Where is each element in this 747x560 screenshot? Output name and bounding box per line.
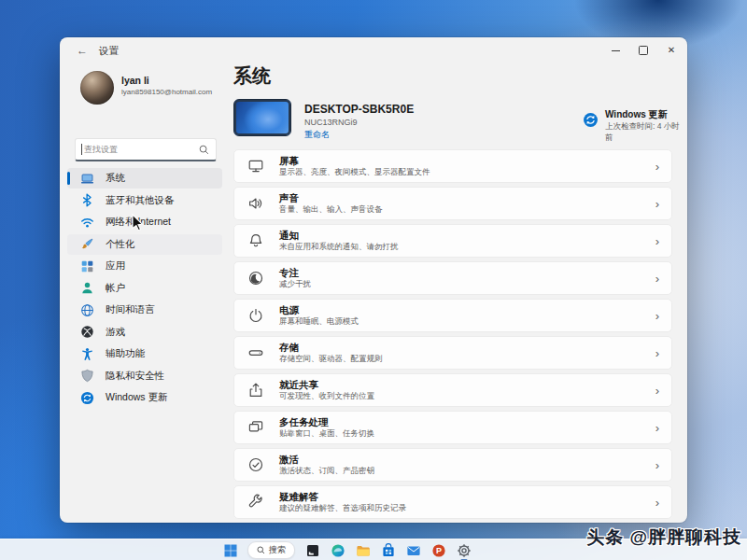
settings-card-sound[interactable]: 声音音量、输出、输入、声音设备› (233, 187, 672, 220)
avatar[interactable] (80, 71, 114, 105)
card-subtitle: 减少干扰 (279, 279, 311, 289)
chevron-right-icon: › (655, 272, 659, 286)
chevron-right-icon: › (655, 309, 659, 323)
time-language-icon (80, 303, 94, 317)
minimize-icon (612, 50, 620, 51)
taskbar-settings-button[interactable] (456, 542, 472, 558)
taskbar-icons: 搜索 P (222, 539, 472, 560)
multitasking-icon (247, 419, 264, 436)
taskbar-mail-button[interactable] (405, 542, 421, 558)
taskbar-taskview-button[interactable] (304, 542, 320, 558)
card-subtitle: 来自应用和系统的通知、请勿打扰 (279, 242, 399, 252)
card-title: 多任务处理 (279, 416, 374, 428)
sidebar-item-apps[interactable]: 应用 (67, 256, 222, 276)
taskbar-powerpoint-button[interactable]: P (430, 542, 446, 558)
sidebar-item-label: 辅助功能 (106, 347, 145, 360)
selected-indicator (67, 172, 70, 185)
maximize-button[interactable] (629, 37, 657, 63)
storage-icon (247, 344, 264, 361)
sidebar-item-accounts[interactable]: 帐户 (67, 278, 222, 299)
edge-icon (331, 543, 345, 558)
window-controls: ✕ (601, 37, 685, 63)
sidebar-item-label: 游戏 (106, 326, 125, 339)
card-text: 声音音量、输出、输入、声音设备 (279, 192, 383, 215)
device-thumbnail (233, 99, 291, 136)
sidebar-item-system[interactable]: 系统 (67, 168, 222, 189)
windows-update-icon (583, 112, 599, 128)
window-title: 设置 (99, 45, 119, 58)
card-text: 多任务处理贴靠窗口、桌面、任务切换 (279, 416, 374, 439)
sidebar-item-label: 隐私和安全性 (106, 370, 164, 383)
card-title: 屏幕 (279, 155, 430, 167)
close-button[interactable]: ✕ (657, 37, 685, 63)
card-title: 就近共享 (279, 379, 374, 391)
settings-cards: 屏幕显示器、亮度、夜间模式、显示器配置文件›声音音量、输出、输入、声音设备›通知… (233, 149, 672, 523)
settings-card-storage[interactable]: 存储存储空间、驱动器、配置规则› (233, 336, 672, 370)
card-text: 通知来自应用和系统的通知、请勿打扰 (279, 230, 399, 252)
settings-icon (457, 543, 472, 558)
settings-card-troubleshoot[interactable]: 疑难解答建议的疑难解答、首选项和历史记录› (233, 485, 672, 519)
user-name: lyan li (121, 75, 149, 86)
apps-icon (80, 259, 94, 273)
update-status: 上次检查时间: 4 小时前 (605, 121, 687, 144)
gaming-icon (80, 325, 94, 339)
settings-card-power[interactable]: 电源屏幕和睡眠、电源模式› (233, 299, 672, 332)
settings-card-display[interactable]: 屏幕显示器、亮度、夜间模式、显示器配置文件› (233, 149, 672, 183)
sidebar-item-time-language[interactable]: 时间和语言 (67, 300, 222, 320)
taskbar-store-button[interactable] (380, 542, 396, 558)
desktop: ← 设置 ✕ lyan li lyan8598150@hotmail.com 查… (0, 0, 747, 560)
chevron-right-icon: › (655, 234, 659, 248)
search-input[interactable]: 查找设置 (75, 138, 217, 161)
sidebar-item-gaming[interactable]: 游戏 (67, 322, 222, 343)
settings-card-notifications[interactable]: 通知来自应用和系统的通知、请勿打扰› (233, 224, 672, 258)
card-title: 通知 (279, 230, 399, 242)
troubleshoot-icon (247, 494, 264, 511)
taskbar-edge-button[interactable] (330, 542, 345, 558)
settings-card-nearby-sharing[interactable]: 就近共享可发现性、收到文件的位置› (233, 373, 672, 407)
taskbar-search[interactable]: 搜索 (247, 541, 295, 559)
sidebar-item-bluetooth-devices[interactable]: 蓝牙和其他设备 (67, 190, 222, 211)
maximize-icon (639, 46, 648, 55)
watermark: 头条 @胖胖聊科技 (586, 525, 741, 550)
chevron-right-icon: › (655, 384, 659, 398)
update-title[interactable]: Windows 更新 (605, 108, 668, 121)
settings-card-focus[interactable]: 专注减少干扰› (233, 261, 672, 295)
sidebar-item-accessibility[interactable]: 辅助功能 (67, 343, 222, 364)
back-button[interactable]: ← (71, 40, 93, 61)
accounts-icon (80, 281, 94, 295)
card-subtitle: 激活状态、订阅、产品密钥 (279, 466, 374, 476)
chevron-right-icon: › (655, 496, 659, 510)
settings-card-activation[interactable]: 激活激活状态、订阅、产品密钥› (233, 448, 672, 482)
sidebar-item-personalization[interactable]: 个性化 (67, 234, 222, 255)
text-caret (81, 144, 82, 155)
sidebar-item-label: 蓝牙和其他设备 (106, 194, 175, 207)
card-text: 存储存储空间、驱动器、配置规则 (279, 342, 383, 364)
nearby-sharing-icon (247, 382, 264, 399)
settings-card-multitasking[interactable]: 多任务处理贴靠窗口、桌面、任务切换› (233, 411, 672, 444)
sidebar-item-windows-update[interactable]: Windows 更新 (67, 387, 222, 408)
card-subtitle: 存储空间、驱动器、配置规则 (279, 354, 383, 364)
store-icon (381, 543, 396, 558)
sidebar-item-privacy-security[interactable]: 隐私和安全性 (67, 366, 222, 386)
search-icon (199, 145, 209, 155)
mail-icon (406, 543, 421, 558)
magnifier-icon (257, 546, 265, 554)
rename-link[interactable]: 重命名 (304, 129, 330, 141)
system-icon (80, 172, 94, 186)
chevron-right-icon: › (655, 160, 659, 174)
card-title: 电源 (279, 304, 359, 316)
titlebar[interactable]: ← 设置 ✕ (60, 37, 687, 63)
notifications-icon (247, 232, 264, 249)
taskbar-explorer-button[interactable] (355, 542, 371, 558)
chevron-right-icon: › (655, 421, 659, 435)
chevron-right-icon: › (655, 346, 659, 360)
start-button[interactable] (222, 542, 238, 558)
sidebar-item-label: 系统 (106, 172, 125, 185)
sidebar-item-label: 帐户 (106, 282, 125, 295)
sidebar-nav: 系统蓝牙和其他设备网络和 Internet个性化应用帐户时间和语言游戏辅助功能隐… (67, 168, 222, 410)
power-icon (247, 307, 264, 324)
card-subtitle: 可发现性、收到文件的位置 (279, 391, 374, 401)
chevron-right-icon: › (655, 458, 659, 472)
card-title: 专注 (279, 267, 311, 279)
minimize-button[interactable] (601, 37, 629, 63)
